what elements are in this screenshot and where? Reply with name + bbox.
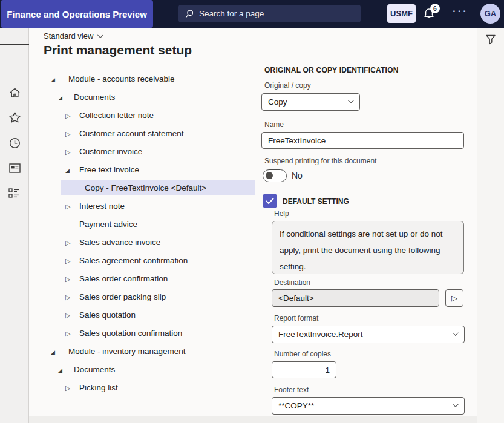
tree-item-label: Sales quotation confirmation xyxy=(79,329,182,338)
tree-item-selected[interactable]: Copy - FreeTextInvoice <Default> xyxy=(47,179,255,197)
number-of-copies-input[interactable] xyxy=(272,361,336,378)
expand-icon[interactable] xyxy=(65,255,70,265)
chevron-down-icon xyxy=(97,32,103,38)
tree-item-label: Sales order packing slip xyxy=(79,292,166,301)
tree-item[interactable]: Sales advance invoice xyxy=(47,233,255,251)
tree-item[interactable]: Sales order packing slip xyxy=(47,287,255,306)
tree-item[interactable]: Module - accounts receivable xyxy=(47,70,255,88)
chevron-down-icon xyxy=(348,97,354,103)
filter-icon[interactable] xyxy=(485,34,496,45)
right-toolbar-gutter xyxy=(477,28,504,423)
expand-icon[interactable] xyxy=(65,292,70,301)
app-window: Finance and Operations Preview Search fo… xyxy=(0,0,504,423)
default-setting-label: DEFAULT SETTING xyxy=(283,197,349,206)
tree-item-label: Customer account statement xyxy=(79,129,184,138)
chevron-down-icon xyxy=(453,401,459,407)
number-of-copies-label: Number of copies xyxy=(274,350,331,358)
name-input[interactable] xyxy=(261,132,464,149)
app-title-button[interactable]: Finance and Operations Preview xyxy=(1,0,153,28)
notification-count-badge: 6 xyxy=(430,4,440,13)
favorites-star-icon[interactable] xyxy=(0,107,29,128)
chevron-down-icon xyxy=(453,330,459,336)
report-format-select[interactable]: FreeTextInvoice.Report xyxy=(272,326,465,343)
expand-icon[interactable] xyxy=(65,328,70,338)
report-format-label: Report format xyxy=(274,314,318,323)
page-content: Standard view Print management setup Mod… xyxy=(29,28,477,416)
collapse-icon[interactable] xyxy=(58,364,62,374)
tree-item[interactable]: Sales agreement confirmation xyxy=(47,251,255,269)
expand-icon[interactable] xyxy=(65,310,70,320)
help-label: Help xyxy=(274,209,289,218)
home-icon[interactable] xyxy=(0,82,29,103)
expand-icon[interactable] xyxy=(65,110,70,120)
tree-item-label: Documents xyxy=(74,365,115,374)
tree-item-label: Free text invoice xyxy=(79,165,139,174)
suspend-printing-toggle[interactable] xyxy=(263,169,287,182)
workspaces-icon[interactable] xyxy=(0,158,29,179)
tree-item-label: Copy - FreeTextInvoice <Default> xyxy=(85,183,206,192)
tree-item-label: Interest note xyxy=(79,202,125,211)
tree-item[interactable]: Documents xyxy=(47,88,255,106)
overflow-menu-button[interactable]: ··· xyxy=(453,5,470,18)
modules-icon[interactable] xyxy=(0,183,29,203)
tree-item[interactable]: Sales quotation confirmation xyxy=(47,324,255,342)
view-selector[interactable]: Standard view xyxy=(44,31,102,41)
collapse-icon[interactable] xyxy=(51,346,55,356)
checkmark-icon xyxy=(266,198,274,205)
tree-item-label: Documents xyxy=(74,93,115,102)
tree-item-label: Module - inventory management xyxy=(68,347,186,356)
tree-item-label: Module - accounts receivable xyxy=(68,74,175,84)
tree-item[interactable]: Customer invoice xyxy=(47,142,255,160)
tree-item[interactable]: Collection letter note xyxy=(47,106,255,124)
right-triangle-icon: ▷ xyxy=(451,293,457,303)
tree-item[interactable]: Free text invoice xyxy=(47,160,255,179)
toggle-knob xyxy=(266,172,273,179)
expand-icon[interactable] xyxy=(65,237,70,247)
tree-item[interactable]: Customer account statement xyxy=(47,124,255,142)
app-title: Finance and Operations Preview xyxy=(7,9,147,19)
tree-item[interactable]: Sales quotation xyxy=(47,306,255,324)
print-management-tree: Module - accounts receivableDocumentsCol… xyxy=(47,70,255,396)
tree-item[interactable]: Picking list xyxy=(47,378,255,396)
help-text-box: If conditional settings are not set up o… xyxy=(272,221,464,274)
tree-item[interactable]: Interest note xyxy=(47,197,255,215)
collapse-icon[interactable] xyxy=(58,92,62,102)
name-label: Name xyxy=(264,120,284,129)
tree-item-label: Sales agreement confirmation xyxy=(79,256,188,265)
top-navigation-bar: Finance and Operations Preview Search fo… xyxy=(0,0,504,28)
default-setting-checkbox[interactable] xyxy=(263,194,277,208)
user-avatar[interactable]: GA xyxy=(480,4,500,24)
destination-input[interactable] xyxy=(272,289,439,307)
suspend-printing-label: Suspend printing for this document xyxy=(264,157,376,165)
expand-icon[interactable] xyxy=(65,201,70,211)
original-copy-select[interactable]: Copy xyxy=(261,93,360,111)
expand-menu-icon[interactable] xyxy=(0,34,29,54)
footer-text-label: Footer text xyxy=(274,385,309,394)
tree-item[interactable]: Module - inventory management xyxy=(47,342,255,360)
destination-label: Destination xyxy=(274,278,310,287)
expand-icon[interactable] xyxy=(65,274,70,283)
recent-clock-icon[interactable] xyxy=(0,133,29,153)
company-picker-button[interactable]: USMF xyxy=(387,4,416,23)
collapse-icon[interactable] xyxy=(51,74,55,84)
tree-item-label: Picking list xyxy=(79,383,118,392)
suspend-printing-value: No xyxy=(292,171,303,180)
expand-icon[interactable] xyxy=(65,382,70,392)
original-copy-label: Original / copy xyxy=(264,81,311,90)
tree-item[interactable]: Sales order confirmation xyxy=(47,269,255,287)
footer-text-select[interactable]: **COPY** xyxy=(272,397,465,415)
expand-icon[interactable] xyxy=(65,146,70,156)
view-selector-label: Standard view xyxy=(44,31,93,41)
tree-item-label: Payment advice xyxy=(79,220,137,229)
tree-item-label: Sales order confirmation xyxy=(79,274,168,283)
footer-text-value: **COPY** xyxy=(278,401,314,410)
tree-item[interactable]: Documents xyxy=(47,360,255,378)
left-navigation-rail xyxy=(0,28,29,423)
search-input[interactable]: Search for a page xyxy=(178,5,361,22)
tree-item[interactable]: Payment advice xyxy=(47,215,255,233)
destination-settings-button[interactable]: ▷ xyxy=(445,289,463,307)
expand-icon[interactable] xyxy=(65,128,70,138)
tree-item-label: Collection letter note xyxy=(79,111,154,120)
report-format-value: FreeTextInvoice.Report xyxy=(278,330,363,339)
collapse-icon[interactable] xyxy=(65,165,70,174)
